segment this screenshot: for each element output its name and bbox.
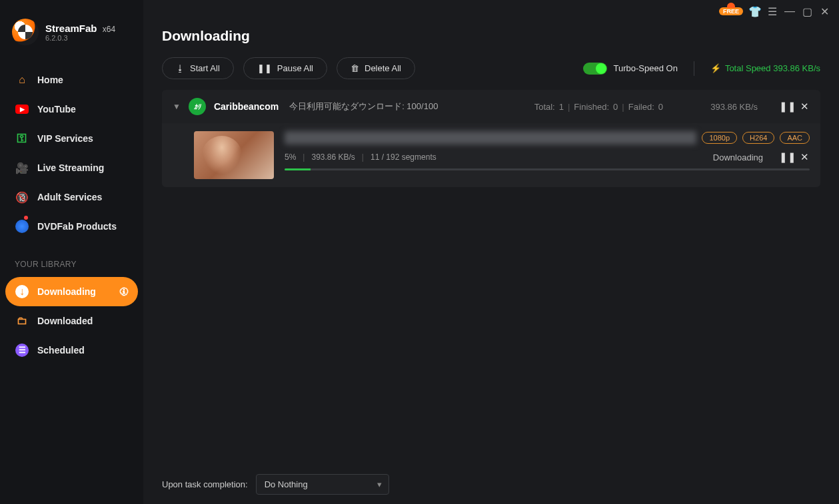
turbo-label: Turbo-Speed On	[614, 63, 678, 73]
nav-label: Downloading	[37, 286, 96, 297]
thumbnail	[194, 131, 274, 179]
item-status: Downloading	[713, 152, 763, 162]
start-all-button[interactable]: ⭳ Start All	[162, 57, 234, 79]
total-speed-value: Total Speed 393.86 KB/s	[725, 63, 820, 73]
item-title-blurred	[285, 131, 696, 144]
progress-bar	[285, 168, 810, 170]
app-arch: x64	[103, 25, 115, 34]
divider	[694, 61, 694, 76]
nav-downloaded[interactable]: 🗀 Downloaded	[5, 306, 138, 336]
finished-label: Finished:	[574, 102, 609, 112]
download-group: ▼ ｶﾘ Caribbeancom 今日利用可能なダウンロード: 100/100…	[162, 90, 820, 187]
failed-label: Failed:	[628, 102, 654, 112]
nav-label: DVDFab Products	[37, 221, 117, 232]
pause-all-button[interactable]: ❚❚ Pause All	[243, 57, 327, 79]
nav-dvdfab[interactable]: DVDFab Products	[5, 212, 138, 241]
content: ▼ ｶﾘ Caribbeancom 今日利用可能なダウンロード: 100/100…	[143, 90, 839, 465]
nav-scheduled[interactable]: ☰ Scheduled	[5, 336, 138, 365]
nav-label: Live Streaming	[37, 162, 104, 173]
group-header[interactable]: ▼ ｶﾘ Caribbeancom 今日利用可能なダウンロード: 100/100…	[162, 90, 820, 123]
group-pause-button[interactable]: ❚❚	[779, 101, 790, 113]
item-percent: 5%	[285, 152, 296, 162]
nav-adult[interactable]: 🔞 Adult Services	[5, 182, 138, 212]
toolbar: ⭳ Start All ❚❚ Pause All 🗑 Delete All Tu…	[143, 57, 839, 90]
resolution-tag: 1080p	[702, 132, 737, 144]
group-stats: Total: 1 | Finished: 0 | Failed: 0	[534, 102, 663, 112]
item-segments: 11 / 192 segments	[371, 152, 436, 162]
progress-fill	[285, 168, 311, 170]
menu-icon[interactable]: ☰	[767, 6, 778, 17]
library-section-label: YOUR LIBRARY	[0, 245, 143, 273]
turbo-speed-toggle[interactable]: Turbo-Speed On	[583, 63, 678, 75]
group-speed: 393.86 KB/s	[691, 102, 758, 112]
free-badge[interactable]: FREE	[719, 7, 743, 15]
camera-icon: 🎥	[15, 160, 29, 175]
item-pause-button[interactable]: ❚❚	[779, 151, 790, 163]
logo-text: StreamFab x64 6.2.0.3	[45, 23, 115, 42]
completion-label: Upon task completion:	[162, 479, 248, 489]
nav-vip[interactable]: ⚿ VIP Services	[5, 124, 138, 153]
service-name: Caribbeancom	[214, 101, 279, 112]
folder-icon: 🗀	[15, 314, 29, 328]
app-name: StreamFab x64	[45, 23, 115, 34]
vcodec-tag: H264	[742, 132, 774, 144]
item-cancel-button[interactable]: ✕	[799, 151, 810, 163]
download-start-icon: ⭳	[176, 63, 185, 73]
sidebar: StreamFab x64 6.2.0.3 ⌂ Home ▶ YouTube ⚿…	[0, 0, 143, 504]
app-logo-icon	[12, 19, 39, 45]
adult-icon: 🔞	[15, 190, 29, 204]
app-version: 6.2.0.3	[45, 34, 115, 42]
nav-live[interactable]: 🎥 Live Streaming	[5, 153, 138, 182]
group-cancel-button[interactable]: ✕	[799, 101, 810, 113]
titlebar: FREE 👕 ☰ — ▢ ✕	[143, 0, 839, 19]
selected-option: Do Nothing	[265, 479, 308, 489]
shirt-icon[interactable]: 👕	[750, 6, 760, 17]
button-label: Delete All	[365, 63, 401, 73]
group-controls: ❚❚ ✕	[779, 101, 810, 113]
total-speed: ⚡ Total Speed 393.86 KB/s	[710, 63, 820, 73]
nav-label: Downloaded	[37, 316, 93, 326]
home-icon: ⌂	[15, 73, 29, 87]
page-title: Downloading	[162, 28, 820, 44]
toggle-switch-icon	[583, 63, 607, 75]
total-label: Total:	[534, 102, 555, 112]
nav-label: Adult Services	[37, 192, 102, 202]
nav-label: Home	[37, 75, 63, 85]
main: FREE 👕 ☰ — ▢ ✕ Downloading ⭳ Start All ❚…	[143, 0, 839, 504]
key-icon: ⚿	[15, 131, 29, 146]
minimize-icon[interactable]: —	[784, 6, 795, 17]
maximize-icon[interactable]: ▢	[802, 6, 812, 17]
youtube-icon: ▶	[15, 102, 29, 117]
button-label: Pause All	[277, 63, 313, 73]
item-body: 1080p H264 AAC 5% | 393.86 KB/s | 11 / 1…	[285, 131, 810, 179]
nav-youtube[interactable]: ▶ YouTube	[5, 95, 138, 124]
notify-dot-icon	[24, 216, 28, 220]
dvdfab-icon	[15, 219, 29, 234]
schedule-icon: ☰	[15, 343, 29, 358]
total-value: 1	[559, 102, 564, 112]
nav-label: VIP Services	[37, 133, 93, 144]
info-icon: 🛈	[119, 286, 129, 297]
trash-icon: 🗑	[351, 63, 359, 73]
service-icon: ｶﾘ	[189, 98, 206, 115]
nav-downloading[interactable]: ↓ Downloading 🛈	[5, 277, 138, 306]
logo-area: StreamFab x64 6.2.0.3	[0, 13, 143, 61]
delete-all-button[interactable]: 🗑 Delete All	[337, 57, 415, 79]
nav-label: Scheduled	[37, 345, 85, 356]
chevron-down-icon: ▼	[173, 102, 181, 111]
item-speed: 393.86 KB/s	[311, 152, 355, 162]
footer: Upon task completion: Do Nothing	[143, 465, 839, 504]
nav-label: YouTube	[37, 104, 76, 115]
pause-icon: ❚❚	[257, 63, 272, 73]
nav-library: ↓ Downloading 🛈 🗀 Downloaded ☰ Scheduled	[0, 273, 143, 369]
close-icon[interactable]: ✕	[819, 6, 830, 17]
nav-home[interactable]: ⌂ Home	[5, 65, 138, 95]
completion-select[interactable]: Do Nothing	[256, 474, 389, 495]
button-label: Start All	[190, 63, 220, 73]
nav-main: ⌂ Home ▶ YouTube ⚿ VIP Services 🎥 Live S…	[0, 61, 143, 245]
page-header: Downloading	[143, 19, 839, 57]
failed-value: 0	[658, 102, 663, 112]
item-controls: ❚❚ ✕	[779, 151, 810, 163]
app-name-text: StreamFab	[45, 23, 97, 34]
item-meta: 5% | 393.86 KB/s | 11 / 192 segments Dow…	[285, 151, 810, 163]
